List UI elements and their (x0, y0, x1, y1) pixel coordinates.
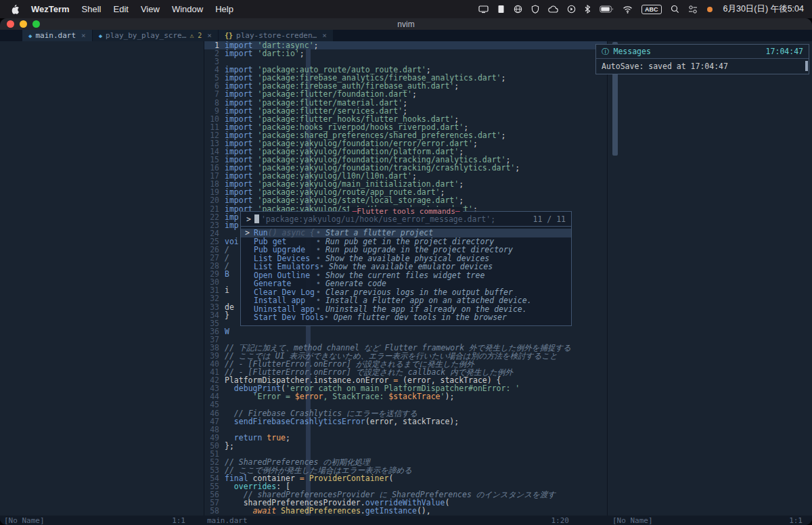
tab-play-by-play-scre-[interactable]: ◆play_by_play_scre…⚠ 2× (93, 30, 218, 41)
tab-close-icon[interactable]: × (81, 31, 86, 40)
popup-title: Flutter tools commands (241, 207, 571, 216)
code-text: W (225, 327, 607, 336)
statusline-right-pos: 1:1 (789, 516, 803, 525)
statusline-mid-pos: 1:20 (551, 516, 570, 525)
line-number: 10 (204, 115, 225, 123)
selection-caret-icon (245, 279, 254, 288)
apple-icon[interactable] (11, 5, 19, 14)
tab-label: play-store-creden… (236, 31, 317, 40)
command-description: Run pub upgrade in the project directory (325, 246, 513, 254)
close-window-button[interactable] (7, 20, 14, 28)
messages-body: AutoSave: saved at 17:04:47 (602, 62, 728, 71)
menu-item-wezterm[interactable]: WezTerm (31, 4, 70, 14)
globe-icon[interactable] (514, 5, 522, 14)
selection-caret-icon: > (245, 229, 254, 237)
command-description: Show the available emulator devices (329, 262, 493, 271)
menu-item-view[interactable]: View (141, 4, 160, 14)
command-item[interactable]: >Run() async {•Start a flutter project (241, 229, 571, 237)
play-icon[interactable] (567, 5, 576, 14)
selection-caret-icon (245, 313, 254, 322)
window-titlebar[interactable]: nvim (0, 18, 812, 30)
line-number: 34 (204, 311, 225, 319)
messages-scrollbar[interactable] (805, 61, 808, 71)
battery-icon[interactable] (600, 5, 614, 13)
shield-icon[interactable] (531, 5, 539, 14)
wifi-icon[interactable] (623, 5, 633, 14)
bluetooth-icon[interactable] (585, 5, 591, 14)
code-line[interactable]: 36W (204, 327, 607, 336)
tab-main-dart[interactable]: ◆main.dart× (22, 30, 92, 41)
command-description: Start a flutter project (325, 229, 433, 237)
editor-area: 1import 'dart:async';2import 'dart:io';3… (0, 41, 812, 516)
messages-panel: ⓘ Messages 17:04:47 AutoSave: saved at 1… (595, 44, 809, 74)
bullet-icon: • (316, 246, 321, 254)
line-number: 7 (204, 90, 225, 98)
code-line[interactable]: 50}; (204, 442, 607, 450)
menu-item-window[interactable]: Window (172, 4, 203, 14)
statusline-left-pos: 1:1 (172, 516, 185, 525)
command-label: List Emulators (254, 262, 319, 271)
line-number: 20 (204, 196, 225, 204)
command-item[interactable]: List Emulators•Show the available emulat… (241, 262, 571, 271)
code-line[interactable]: 49 return true; (204, 434, 607, 442)
menu-item-help[interactable]: Help (215, 4, 233, 14)
screen: WezTermShellEditViewWindowHelp ABC 6月30日… (0, 0, 812, 525)
bullet-icon: • (316, 279, 321, 288)
tab-label: main.dart (35, 31, 76, 40)
macos-menubar: WezTermShellEditViewWindowHelp ABC 6月30日… (0, 0, 812, 18)
statusline-right-name: [No Name] (612, 516, 653, 525)
display-icon[interactable] (478, 5, 489, 14)
statusline: [No Name] 1:1 main.dart 1:20 [No Name] 1… (0, 516, 812, 525)
input-source-icon[interactable]: ABC (641, 5, 662, 14)
minimize-window-button[interactable] (20, 20, 27, 28)
command-item[interactable]: Generate•Generate code (241, 279, 571, 288)
menu-item-shell[interactable]: Shell (82, 4, 102, 14)
line-number: 47 (204, 417, 225, 426)
menubar-clock[interactable]: 6月30日(日) 午後5:04 (723, 3, 804, 15)
search-icon[interactable] (671, 5, 679, 14)
line-number: 48 (204, 426, 225, 434)
code-text: 'Error = $error, StackTrace: $stackTrace… (225, 392, 607, 401)
document-icon[interactable] (497, 5, 505, 14)
warning-badge: ⚠ 2 (189, 32, 202, 39)
tab-play-store-creden-[interactable]: {}play-store-creden…× (219, 30, 333, 41)
window-title: nvim (397, 20, 414, 29)
code-text: await SharedPreferences.getInstance(), (225, 507, 607, 515)
menubar-items: WezTermShellEditViewWindowHelp (31, 4, 233, 14)
cloud-icon[interactable] (548, 5, 558, 13)
code-line[interactable]: 58 await SharedPreferences.getInstance()… (204, 507, 607, 515)
menu-item-edit[interactable]: Edit (114, 4, 129, 14)
flutter-tools-popup: Flutter tools commands > 'package:yakyul… (240, 211, 572, 326)
tab-close-icon[interactable]: × (207, 31, 212, 40)
dart-file-icon: ◆ (99, 32, 102, 39)
code-text: }; (225, 442, 607, 450)
zoom-window-button[interactable] (32, 20, 40, 28)
bullet-icon: • (324, 313, 329, 322)
line-number: 36 (204, 327, 225, 336)
info-icon: ⓘ (602, 47, 610, 57)
command-item[interactable]: Start Dev Tools•Open flutter dev tools i… (241, 313, 571, 322)
window-separator-right[interactable] (607, 41, 608, 516)
tab-close-icon[interactable]: × (322, 31, 327, 40)
code-text: sendFirebaseCrashlyticsError(error, stac… (225, 417, 607, 426)
menubar-status-icons: ABC (478, 5, 713, 14)
command-description: Open flutter dev tools in the browser (334, 313, 507, 322)
toggles-icon[interactable] (688, 5, 698, 14)
code-line[interactable]: 44 'Error = $error, StackTrace: $stackTr… (204, 392, 607, 401)
bullet-icon: • (316, 229, 321, 237)
command-item[interactable]: Pub upgrade•Run pub upgrade in the proje… (241, 246, 571, 254)
selection-caret-icon (245, 262, 254, 271)
line-number: 22 (204, 213, 225, 221)
wezterm-window: nvim ◆main.dart×◆play_by_play_scre…⚠ 2×{… (0, 18, 812, 525)
code-line[interactable]: 47 sendFirebaseCrashlyticsError(error, s… (204, 417, 607, 426)
command-label: Start Dev Tools (254, 313, 324, 322)
json-file-icon: {} (225, 32, 233, 39)
command-description: Generate code (325, 279, 386, 288)
record-icon[interactable] (706, 6, 713, 13)
tab-label: play_by_play_scre… (106, 31, 186, 40)
selection-caret-icon (245, 246, 254, 254)
command-label: Run() async { (254, 229, 316, 237)
code-line[interactable]: 2import 'dart:io'; (204, 49, 607, 58)
line-number: 35 (204, 319, 225, 327)
line-number: 33 (204, 303, 225, 311)
